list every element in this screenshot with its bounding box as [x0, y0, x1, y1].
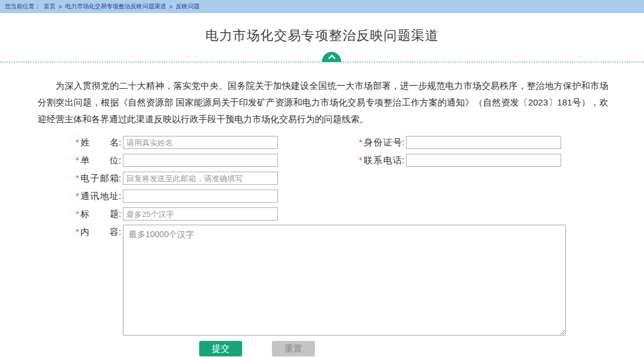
email-input[interactable]: [123, 172, 278, 185]
breadcrumb-separator: >: [58, 4, 62, 10]
collapse-toggle-button[interactable]: [322, 52, 341, 62]
address-label: 通讯地址: [80, 189, 119, 203]
breadcrumb-current: 反映问题: [176, 2, 200, 11]
required-marker: *: [76, 135, 80, 150]
id-number-input[interactable]: [406, 136, 561, 149]
form-row-phone: * 联系电话 :: [359, 153, 561, 167]
required-marker: *: [76, 225, 80, 239]
label-colon: :: [119, 135, 123, 150]
submit-button[interactable]: 提交: [199, 341, 242, 356]
label-colon: :: [402, 135, 406, 150]
content-label: 内容: [80, 225, 119, 239]
form-row-address: * 通讯地址 :: [76, 189, 644, 203]
label-colon: :: [119, 171, 123, 185]
required-marker: *: [76, 207, 80, 221]
label-colon: :: [402, 153, 406, 167]
form-row-id-number: * 身份证号 :: [359, 135, 561, 150]
label-colon: :: [119, 189, 123, 203]
name-label: 姓名: [80, 135, 119, 150]
required-marker: *: [76, 171, 80, 185]
breadcrumb-channel-link[interactable]: 电力市场化交易专项整治反映问题渠道: [65, 2, 166, 11]
form-buttons: 提交 重置: [199, 341, 644, 356]
reset-button[interactable]: 重置: [272, 341, 315, 356]
email-label: 电子邮箱: [80, 171, 119, 185]
phone-input[interactable]: [406, 154, 561, 167]
form-right-column: * 身份证号 : * 联系电话 :: [359, 135, 561, 171]
breadcrumb-home-link[interactable]: 首页: [44, 2, 55, 11]
form-row-title: * 标题 :: [76, 207, 644, 221]
form-row-content: * 内容 :: [76, 225, 644, 336]
page-title: 电力市场化交易专项整治反映问题渠道: [0, 27, 644, 44]
id-number-label: 身份证号: [364, 135, 402, 150]
breadcrumb-prefix: 您当前位置：: [5, 2, 41, 11]
intro-paragraph: 为深入贯彻党的二十大精神，落实党中央、国务院关于加快建设全国统一大市场部署，进一…: [38, 77, 608, 128]
breadcrumb-separator: >: [169, 4, 173, 10]
section-divider: [0, 53, 644, 63]
unit-input[interactable]: [123, 154, 278, 167]
required-marker: *: [76, 153, 80, 167]
form-row-email: * 电子邮箱 :: [76, 171, 644, 185]
chevron-up-icon: [328, 54, 336, 62]
phone-label: 联系电话: [364, 153, 402, 167]
report-form: * 姓名 : * 单位 : * 电子邮箱 : * 通讯地址 : * 标题 : *…: [0, 135, 644, 356]
content-textarea[interactable]: [123, 225, 566, 336]
breadcrumb: 您当前位置： 首页 > 电力市场化交易专项整治反映问题渠道 > 反映问题: [0, 0, 644, 13]
unit-label: 单位: [80, 153, 119, 167]
address-input[interactable]: [123, 190, 278, 203]
label-colon: :: [119, 207, 123, 221]
label-colon: :: [119, 225, 123, 239]
title-label: 标题: [80, 207, 119, 221]
label-colon: :: [119, 153, 123, 167]
title-input[interactable]: [123, 207, 278, 221]
required-marker: *: [359, 135, 364, 150]
required-marker: *: [359, 153, 364, 167]
required-marker: *: [76, 189, 80, 203]
name-input[interactable]: [123, 136, 278, 149]
